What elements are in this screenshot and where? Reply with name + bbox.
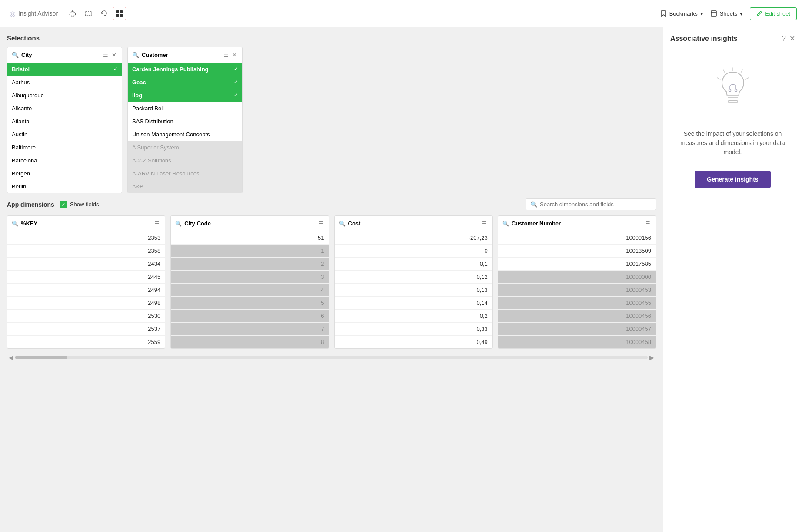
list-item[interactable]: 10000453 [498,284,656,297]
list-item[interactable]: 10013509 [498,245,656,258]
app-dimensions-area: App dimensions ✓ Show fields 🔍 🔍 %KEY ☰ [0,198,663,352]
customer-search-icon: 🔍 [132,52,139,58]
list-item[interactable]: 2445 [7,271,165,284]
list-item[interactable]: 2 [171,258,328,271]
lasso-select-button[interactable] [66,7,80,20]
list-item[interactable]: 10000458 [498,336,656,348]
svg-rect-18 [729,100,737,103]
city-code-pane-header: 🔍 City Code ☰ [171,216,328,231]
list-item[interactable]: 0 [335,245,492,258]
city-close-button[interactable]: ✕ [111,51,117,59]
list-item[interactable]: 7 [171,323,328,336]
list-item[interactable]: 2530 [7,310,165,323]
generate-insights-button[interactable]: Generate insights [695,171,770,188]
list-item[interactable]: 0,1 [335,258,492,271]
app-dimensions-header: App dimensions ✓ Show fields 🔍 [7,198,656,210]
search-dimensions-input[interactable] [540,201,651,208]
list-item[interactable]: -207,23 [335,231,492,245]
sheets-chevron: ▾ [740,10,743,17]
sheets-label: Sheets [720,10,737,17]
list-item[interactable]: Packard Bell [128,102,242,115]
scroll-left-arrow[interactable]: ◀ [7,354,15,361]
customer-list-icon-button[interactable]: ☰ [223,51,230,59]
list-item[interactable]: A-2-Z Solutions [128,154,242,167]
list-item[interactable]: Albuquerque [7,89,122,102]
list-item[interactable]: 2434 [7,258,165,271]
list-item[interactable]: Geac ✓ [128,76,242,89]
list-item[interactable]: 3 [171,271,328,284]
list-item[interactable]: 2559 [7,336,165,348]
show-fields-toggle[interactable]: ✓ Show fields [60,201,99,208]
right-panel-header: Associative insights ? ✕ [663,27,802,48]
list-item[interactable]: 2498 [7,297,165,310]
bookmarks-button[interactable]: Bookmarks ▾ [660,10,703,17]
city-list-icon-button[interactable]: ☰ [102,51,109,59]
show-fields-label: Show fields [70,201,99,208]
city-code-dim-pane: 🔍 City Code ☰ 51 1 2 3 4 5 6 7 8 [170,215,329,349]
show-fields-checkbox[interactable]: ✓ [60,201,67,208]
list-item[interactable]: 0,33 [335,323,492,336]
list-item[interactable]: 0,12 [335,271,492,284]
help-button[interactable]: ? [782,35,786,43]
app-dimensions-title: App dimensions [7,201,54,208]
list-item[interactable]: Baltimore [7,141,122,154]
list-item[interactable]: Barcelona [7,154,122,167]
list-item[interactable]: Berlin [7,180,122,193]
cost-list-icon-button[interactable]: ☰ [481,219,488,228]
insight-advisor-button[interactable]: ◎ Insight Advisor [5,7,62,20]
right-panel: Associative insights ? ✕ [663,27,802,532]
list-item[interactable]: SAS Distribution [128,115,242,128]
list-item[interactable]: Bristol ✓ [7,63,122,76]
search-dimensions-box: 🔍 [526,198,656,210]
list-item[interactable]: 4 [171,284,328,297]
list-item[interactable]: 8 [171,336,328,348]
list-item[interactable]: 2537 [7,323,165,336]
rect-select-button[interactable] [81,7,95,20]
list-item[interactable]: A&B [128,180,242,193]
list-item[interactable]: Bergen [7,167,122,180]
list-item[interactable]: Alicante [7,102,122,115]
list-item[interactable]: 2494 [7,284,165,297]
key-list-icon-button[interactable]: ☰ [153,219,160,228]
list-item[interactable]: 10000456 [498,310,656,323]
list-item[interactable]: 10009156 [498,231,656,245]
list-item[interactable]: 10000455 [498,297,656,310]
list-item[interactable]: 0,2 [335,310,492,323]
list-item[interactable]: 2353 [7,231,165,245]
list-item[interactable]: 2358 [7,245,165,258]
edit-sheet-button[interactable]: Edit sheet [750,7,797,20]
list-item[interactable]: 6 [171,310,328,323]
customer-number-list-icon-button[interactable]: ☰ [644,219,651,228]
selections-area: Selections 🔍 City ☰ ✕ Bristol [0,27,663,198]
list-item[interactable]: 1 [171,245,328,258]
grid-view-button[interactable] [113,7,126,20]
list-item[interactable]: Atlanta [7,115,122,128]
list-item[interactable]: Unison Management Concepts [128,128,242,141]
right-panel-title: Associative insights [670,35,782,43]
city-code-list-icon-button[interactable]: ☰ [317,219,324,228]
customer-number-dim-list: 10009156 10013509 10017585 10000000 1000… [498,231,656,348]
svg-point-22 [735,89,737,92]
sheets-button[interactable]: Sheets ▾ [710,10,743,17]
scrollbar-track[interactable] [15,356,648,359]
list-item[interactable]: A Superior System [128,141,242,154]
undo-button[interactable] [97,7,111,20]
close-panel-button[interactable]: ✕ [789,34,795,43]
list-item[interactable]: 10000000 [498,271,656,284]
list-item[interactable]: Carden Jennings Publishing ✓ [128,63,242,76]
bookmarks-chevron: ▾ [700,10,703,17]
list-item[interactable]: 0,13 [335,284,492,297]
list-item[interactable]: A-ARVIN Laser Resources [128,167,242,180]
list-item[interactable]: 0,14 [335,297,492,310]
list-item[interactable]: 10000457 [498,323,656,336]
list-item[interactable]: 10017585 [498,258,656,271]
list-item[interactable]: Ilog ✓ [128,89,242,102]
list-item[interactable]: 51 [171,231,328,245]
customer-number-dim-pane: 🔍 Customer Number ☰ 10009156 10013509 10… [498,215,656,349]
list-item[interactable]: Aarhus [7,76,122,89]
list-item[interactable]: 0,49 [335,336,492,348]
list-item[interactable]: 5 [171,297,328,310]
customer-close-button[interactable]: ✕ [231,51,238,59]
list-item[interactable]: Austin [7,128,122,141]
scroll-right-arrow[interactable]: ▶ [648,354,656,361]
